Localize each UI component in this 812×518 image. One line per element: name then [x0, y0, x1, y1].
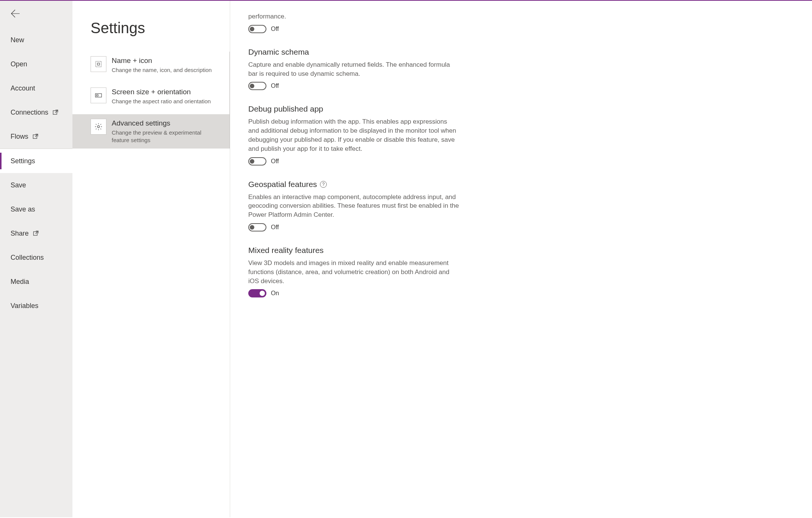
- feature-desc: Enables an interactive map component, au…: [248, 193, 460, 219]
- toggle-mixed-reality[interactable]: [248, 289, 266, 297]
- sidebar-item-settings[interactable]: Settings: [0, 149, 72, 173]
- category-body: Advanced settingsChange the preview & ex…: [112, 119, 220, 144]
- external-link-icon: [32, 133, 39, 140]
- feature-title: Dynamic schema: [248, 48, 460, 57]
- toggle-row: On: [248, 289, 460, 297]
- feature-desc-fragment: performance.: [248, 12, 460, 21]
- svg-rect-4: [97, 63, 100, 65]
- page-title: Settings: [72, 20, 230, 37]
- category-desc: Change the name, icon, and description: [112, 66, 212, 74]
- category-desc: Change the aspect ratio and orientation: [112, 98, 211, 105]
- toggle-debug-published[interactable]: [248, 157, 266, 166]
- category-screen-size[interactable]: Screen size + orientationChange the aspe…: [72, 83, 229, 110]
- sidebar-item-label: Media: [11, 278, 29, 286]
- feature-title: Mixed reality features: [248, 246, 460, 255]
- gear-icon: [91, 119, 106, 135]
- toggle-previous-fragment[interactable]: [248, 25, 266, 33]
- toggle-label: On: [271, 290, 279, 297]
- category-advanced[interactable]: Advanced settingsChange the preview & ex…: [72, 114, 229, 149]
- feature-title: Geospatial features?: [248, 180, 460, 189]
- feature-title-text: Debug published app: [248, 104, 323, 113]
- settings-categories-panel: Settings Name + iconChange the name, ico…: [72, 1, 230, 517]
- toggle-row: Off: [248, 82, 460, 90]
- back-arrow-icon: [9, 8, 21, 21]
- feature-previous-fragment: performance. Off: [248, 12, 460, 33]
- feature-geospatial: Geospatial features?Enables an interacti…: [248, 180, 460, 231]
- info-icon[interactable]: ?: [320, 181, 327, 188]
- sidebar-item-connections[interactable]: Connections: [0, 100, 72, 124]
- feature-title: Debug published app: [248, 104, 460, 113]
- sidebar-item-label: Save as: [11, 205, 35, 213]
- sidebar-item-collections[interactable]: Collections: [0, 245, 72, 270]
- sidebar-item-variables[interactable]: Variables: [0, 294, 72, 318]
- sidebar-item-open[interactable]: Open: [0, 52, 72, 76]
- feature-dynamic-schema: Dynamic schemaCapture and enable dynamic…: [248, 48, 460, 90]
- sidebar-item-label: Save: [11, 181, 26, 189]
- category-desc: Change the preview & experimental featur…: [112, 129, 220, 144]
- sidebar: NewOpenAccountConnectionsFlowsSettingsSa…: [0, 1, 72, 517]
- sidebar-item-label: Variables: [11, 302, 38, 310]
- sidebar-item-label: Share: [11, 230, 29, 238]
- sidebar-item-flows[interactable]: Flows: [0, 124, 72, 149]
- sidebar-item-label: Connections: [11, 109, 48, 116]
- toggle-row: Off: [248, 157, 460, 166]
- back-button[interactable]: [0, 1, 72, 28]
- sidebar-item-media[interactable]: Media: [0, 270, 72, 294]
- category-name-icon[interactable]: Name + iconChange the name, icon, and de…: [72, 52, 229, 78]
- settings-detail-panel[interactable]: performance. Off Dynamic schemaCapture a…: [230, 1, 812, 517]
- feature-debug-published: Debug published appPublish debug informa…: [248, 104, 460, 165]
- feature-desc: View 3D models and images in mixed reali…: [248, 259, 460, 285]
- grid-icon: [91, 56, 106, 72]
- toggle-dynamic-schema[interactable]: [248, 82, 266, 90]
- sidebar-item-label: Account: [11, 84, 35, 92]
- feature-title-text: Dynamic schema: [248, 48, 309, 57]
- toggle-label: Off: [271, 83, 279, 89]
- toggle-label: Off: [271, 26, 279, 32]
- toggle-row: Off: [248, 25, 460, 33]
- category-title: Advanced settings: [112, 119, 220, 128]
- toggle-label: Off: [271, 158, 279, 165]
- sidebar-item-label: Open: [11, 60, 27, 68]
- sidebar-item-saveas[interactable]: Save as: [0, 197, 72, 221]
- category-title: Screen size + orientation: [112, 87, 211, 97]
- feature-title-text: Mixed reality features: [248, 246, 324, 255]
- external-link-icon: [32, 230, 39, 237]
- sidebar-item-share[interactable]: Share: [0, 221, 72, 245]
- sidebar-item-label: Flows: [11, 133, 28, 141]
- toggle-label: Off: [271, 224, 279, 231]
- feature-desc: Capture and enable dynamically returned …: [248, 60, 460, 78]
- toggle-row: Off: [248, 223, 460, 231]
- feature-title-text: Geospatial features: [248, 180, 317, 189]
- sidebar-item-account[interactable]: Account: [0, 76, 72, 100]
- svg-rect-6: [97, 95, 98, 96]
- category-body: Name + iconChange the name, icon, and de…: [112, 56, 212, 74]
- aspect-icon: [91, 87, 106, 103]
- external-link-icon: [52, 109, 59, 116]
- app: NewOpenAccountConnectionsFlowsSettingsSa…: [0, 1, 812, 517]
- feature-mixed-reality: Mixed reality featuresView 3D models and…: [248, 246, 460, 297]
- sidebar-item-new[interactable]: New: [0, 28, 72, 52]
- svg-rect-3: [96, 61, 102, 67]
- sidebar-item-save[interactable]: Save: [0, 173, 72, 197]
- category-title: Name + icon: [112, 56, 212, 66]
- sidebar-item-label: Collections: [11, 254, 44, 262]
- sidebar-item-label: New: [11, 36, 24, 44]
- category-body: Screen size + orientationChange the aspe…: [112, 87, 211, 105]
- feature-desc: Publish debug information with the app. …: [248, 117, 460, 153]
- toggle-geospatial[interactable]: [248, 223, 266, 231]
- sidebar-item-label: Settings: [11, 157, 35, 165]
- svg-point-7: [97, 126, 100, 128]
